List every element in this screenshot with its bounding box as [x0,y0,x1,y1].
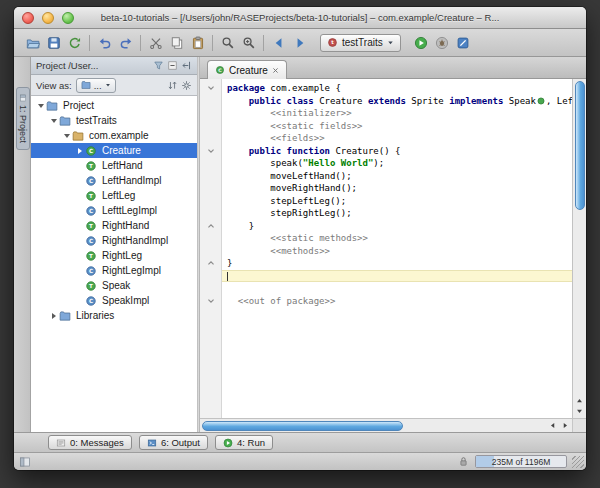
tree-item-speakimpl[interactable]: CSpeakImpl [31,293,197,308]
tree-expand-arrow[interactable] [35,104,46,108]
tree-item-speak[interactable]: TSpeak [31,278,197,293]
vertical-scrollbar-thumb[interactable] [575,81,585,210]
tree-item-label: RightLeg [99,250,142,261]
tree-item-rightleg[interactable]: TRightLeg [31,248,197,263]
view-as-select[interactable]: ... [76,78,116,93]
gear-icon[interactable] [181,80,192,91]
tree-item-lefthandimpl[interactable]: CLeftHandImpl [31,173,197,188]
tree-item-rightlegimpl[interactable]: CRightLegImpl [31,263,197,278]
fold-open-icon[interactable] [207,84,215,92]
code-line-1[interactable]: package com.example { [222,82,572,95]
tree-item-lefttlegimpl[interactable]: CLefttLegImpl [31,203,197,218]
horizontal-scrollbar-thumb[interactable] [202,421,403,431]
project-stripe-label: 1: Project [18,105,28,143]
editor-vertical-scrollbar[interactable] [572,79,586,418]
debug-button[interactable] [432,32,453,53]
tree-item-righthandimpl[interactable]: CRightHandImpl [31,233,197,248]
hide-panel-icon[interactable] [181,60,192,71]
project-stripe-tab[interactable]: 1: Project [16,87,30,150]
code-line-12[interactable]: } [222,220,572,233]
sort-icon[interactable] [167,80,178,91]
scroll-right-button[interactable] [559,419,572,432]
redo-button[interactable] [115,32,136,53]
memory-indicator[interactable]: 235M of 1196M [475,455,567,468]
class-i-icon: C [85,295,99,307]
tools-button[interactable] [453,32,474,53]
tree-item-creature[interactable]: CCreature [31,143,197,158]
code-line-2[interactable]: public class Creature extends Sprite imp… [222,95,572,108]
tree-item-label: LeftHand [99,160,143,171]
output-toolwindow-button[interactable]: 6: Output [139,435,208,450]
code-line-16[interactable] [222,270,572,283]
tree-item-project[interactable]: Project [31,98,197,113]
synchronize-button[interactable] [64,32,85,53]
minimize-window-button[interactable] [42,12,54,24]
code-line-15[interactable]: } [222,257,572,270]
code-segment: <<static methods>> [270,233,368,243]
lock-icon [458,456,469,467]
fold-open-icon[interactable] [207,147,215,155]
code-line-3[interactable]: <<initializer>> [222,107,572,120]
window-titlebar[interactable]: beta-10-tutorials – [/Users/john/RASEPro… [14,7,586,29]
code-line-6[interactable]: public function Creature() { [222,145,572,158]
code-line-13[interactable]: <<static methods>> [222,232,572,245]
code-segment [227,121,270,131]
undo-button[interactable] [94,32,115,53]
code-line-9[interactable]: moveRightHand(); [222,182,572,195]
tree-item-righthand[interactable]: TRightHand [31,218,197,233]
close-window-button[interactable] [22,12,34,24]
messages-toolwindow-button[interactable]: 0: Messages [48,435,132,450]
toolwindow-button-label: 4: Run [237,437,265,448]
close-tab-icon[interactable] [272,67,279,74]
find-button[interactable] [217,32,238,53]
back-button[interactable] [268,32,289,53]
tree-expand-arrow[interactable] [48,119,59,123]
tree-item-lefthand[interactable]: TLeftHand [31,158,197,173]
tree-expand-arrow[interactable] [74,148,85,154]
open-project-button[interactable] [22,32,43,53]
zoom-window-button[interactable] [62,12,74,24]
fold-close-icon[interactable] [207,259,215,267]
copy-button[interactable] [166,32,187,53]
scroll-down-button[interactable] [573,406,586,417]
play-small-icon [223,438,233,448]
editor-tab-creature[interactable]: C Creature [207,60,287,79]
code-line-10[interactable]: stepLeftLeg(); [222,195,572,208]
code-segment: Creature [319,96,368,106]
package-icon [72,130,86,142]
code-area[interactable]: package com.example { public class Creat… [222,79,572,418]
tree-expand-arrow[interactable] [61,134,72,138]
editor[interactable]: package com.example { public class Creat… [200,79,572,418]
editor-horizontal-scrollbar[interactable] [200,418,586,432]
cut-button[interactable] [145,32,166,53]
code-line-17[interactable] [222,282,572,295]
paste-button[interactable] [187,32,208,53]
collapse-all-icon[interactable] [167,60,178,71]
run-configuration-select[interactable]: t testTraits [320,34,401,52]
code-line-7[interactable]: speak("Hello World"); [222,157,572,170]
code-line-11[interactable]: stepRightLeg(); [222,207,572,220]
toolwindow-toggle-icon[interactable] [19,456,31,468]
tree-item-testtraits[interactable]: testTraits [31,113,197,128]
run-toolwindow-button[interactable]: 4: Run [215,435,273,450]
code-line-14[interactable]: <<methods>> [222,245,572,258]
forward-button[interactable] [289,32,310,53]
filter-icon[interactable] [153,60,164,71]
tree-expand-arrow[interactable] [48,313,59,319]
code-line-18[interactable]: <<out of package>> [222,295,572,308]
tree-item-libraries[interactable]: Libraries [31,308,197,323]
resize-grip[interactable] [572,456,584,468]
code-line-5[interactable]: <<fields>> [222,132,572,145]
run-button[interactable] [411,32,432,53]
tree-item-leftleg[interactable]: TLeftLeg [31,188,197,203]
fold-close-icon[interactable] [207,222,215,230]
save-all-button[interactable] [43,32,64,53]
replace-button[interactable] [238,32,259,53]
fold-open-icon[interactable] [207,297,215,305]
scroll-up-button[interactable] [573,395,586,406]
code-line-4[interactable]: <<static fields>> [222,120,572,133]
tree-item-com.example[interactable]: com.example [31,128,197,143]
tree-item-label: LeftLeg [99,190,135,201]
scroll-left-button[interactable] [546,419,559,432]
code-line-8[interactable]: moveLeftHand(); [222,170,572,183]
